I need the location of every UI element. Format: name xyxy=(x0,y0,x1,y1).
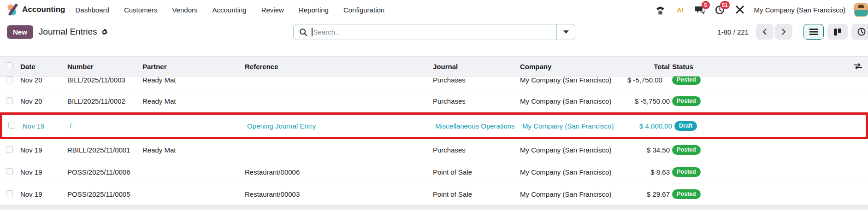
cell-partner: Ready Mat xyxy=(142,97,245,105)
new-button[interactable]: New xyxy=(7,25,33,39)
chevron-down-icon xyxy=(563,30,569,34)
search-options-toggle[interactable] xyxy=(556,24,575,40)
table-row[interactable]: Nov 19 POSS/2025/11/0006 Restaurant/0000… xyxy=(0,161,868,183)
header-total[interactable]: Total xyxy=(627,63,670,70)
cell-journal: Point of Sale xyxy=(433,190,520,198)
cell-total: $ 34.50 xyxy=(627,146,670,154)
cell-journal: Point of Sale xyxy=(433,168,520,176)
table-row[interactable]: Nov 19 POSS/2025/11/0005 Restaurant/0000… xyxy=(0,183,868,205)
adjust-columns-button[interactable] xyxy=(847,63,868,70)
header-reference[interactable]: Reference xyxy=(245,63,433,70)
search-bar xyxy=(293,24,575,40)
cell-reference xyxy=(245,76,433,87)
cell-total: $ -5,750.00 xyxy=(627,76,670,87)
cell-number: RBILL/2025/11/0001 xyxy=(67,146,142,154)
app-brand[interactable]: Accounting xyxy=(6,4,65,16)
table-row[interactable]: Nov 20 BILL/2025/11/0002 Ready Mat Purch… xyxy=(0,90,868,112)
search-input[interactable] xyxy=(313,28,553,36)
list-view-button[interactable] xyxy=(803,24,824,40)
header-company[interactable]: Company xyxy=(520,63,627,70)
cell-date: Nov 19 xyxy=(20,190,67,198)
messages-icon[interactable]: 5 xyxy=(695,4,706,15)
cell-total: $ 29.67 xyxy=(627,190,670,198)
cell-number: / xyxy=(70,122,145,130)
activity-view-button[interactable] xyxy=(851,24,868,40)
row-checkbox[interactable] xyxy=(6,97,13,104)
cell-reference: Restaurant/00006 xyxy=(245,168,433,176)
activity-view-icon xyxy=(857,28,866,36)
kanban-view-button[interactable] xyxy=(827,24,848,40)
row-checkbox[interactable] xyxy=(8,122,15,129)
cell-reference: Restaurant/00003 xyxy=(245,190,433,198)
ai-icon[interactable]: AI xyxy=(675,4,686,15)
cell-journal: Purchases xyxy=(433,146,520,154)
menu-dashboard[interactable]: Dashboard xyxy=(76,6,109,14)
status-badge: Posted xyxy=(672,189,701,199)
table-row[interactable]: Nov 19 / Opening Journal Entry Miscellan… xyxy=(0,112,868,139)
cell-total: $ 8.63 xyxy=(627,168,670,176)
header-status[interactable]: Status xyxy=(670,63,847,70)
table-row[interactable]: Nov 20 BILL/2025/11/0003 Ready Mat Purch… xyxy=(0,76,868,90)
cell-total: $ -5,750.00 xyxy=(627,97,670,105)
adjust-columns-icon xyxy=(854,63,862,70)
control-panel: New Journal Entries 1-80 / 221 xyxy=(0,19,868,44)
user-avatar[interactable] xyxy=(854,3,868,17)
row-checkbox[interactable] xyxy=(6,168,13,175)
cell-total: $ 4,000.00 xyxy=(630,122,672,130)
header-partner[interactable]: Partner xyxy=(142,63,245,70)
search-icon xyxy=(299,28,307,36)
menu-accounting[interactable]: Accounting xyxy=(212,6,246,14)
page-title: Journal Entries xyxy=(39,27,97,37)
select-all-checkbox[interactable] xyxy=(6,62,13,69)
status-badge: Posted xyxy=(672,167,701,177)
cell-partner: Ready Mat xyxy=(142,146,245,154)
pager-next-button[interactable] xyxy=(775,24,792,40)
cell-date: Nov 20 xyxy=(20,97,67,105)
cell-partner: Ready Mat xyxy=(142,76,245,87)
table-body: Nov 20 BILL/2025/11/0003 Ready Mat Purch… xyxy=(0,76,868,205)
action-gear-icon[interactable] xyxy=(101,29,108,35)
table-row[interactable]: Nov 19 RBILL/2025/11/0001 Ready Mat Purc… xyxy=(0,139,868,161)
cell-number: BILL/2025/11/0003 xyxy=(67,76,142,87)
status-badge: Posted xyxy=(672,145,701,155)
app-name: Accounting xyxy=(22,5,65,14)
voip-phone-icon[interactable] xyxy=(655,4,666,15)
chevron-left-icon xyxy=(762,28,768,35)
cell-company: My Company (San Francisco) xyxy=(520,97,627,105)
row-checkbox[interactable] xyxy=(6,76,13,83)
row-checkbox[interactable] xyxy=(6,146,13,153)
menu-review[interactable]: Review xyxy=(261,6,284,14)
journal-entries-list: Date Number Partner Reference Journal Co… xyxy=(0,56,868,210)
cell-date: Nov 19 xyxy=(23,122,70,130)
status-badge: Posted xyxy=(672,76,701,85)
menu-vendors[interactable]: Vendors xyxy=(172,6,197,14)
cell-company: My Company (San Francisco) xyxy=(520,76,627,87)
chevron-right-icon xyxy=(781,28,786,35)
menu-configuration[interactable]: Configuration xyxy=(343,6,384,14)
cell-company: My Company (San Francisco) xyxy=(520,168,627,176)
pager-previous-button[interactable] xyxy=(756,24,774,40)
messages-badge: 5 xyxy=(702,1,710,9)
menu-reporting[interactable]: Reporting xyxy=(299,6,329,14)
search-field[interactable] xyxy=(294,28,556,36)
pager-and-views: 1-80 / 221 xyxy=(717,19,868,44)
activities-badge: 51 xyxy=(720,1,729,9)
header-journal[interactable]: Journal xyxy=(433,63,520,70)
row-checkbox[interactable] xyxy=(6,190,13,197)
cell-company: My Company (San Francisco) xyxy=(520,190,627,198)
view-switcher xyxy=(803,24,868,40)
debug-tools-icon[interactable] xyxy=(734,4,745,15)
menu-customers[interactable]: Customers xyxy=(124,6,158,14)
header-number[interactable]: Number xyxy=(67,63,142,70)
status-badge: Posted xyxy=(672,96,701,106)
odoo-accounting-logo-icon xyxy=(6,4,18,16)
cell-reference: Opening Journal Entry xyxy=(247,122,435,130)
cell-journal: Purchases xyxy=(433,76,520,87)
cell-date: Nov 19 xyxy=(20,168,67,176)
cell-company: My Company (San Francisco) xyxy=(522,122,630,130)
activities-clock-icon[interactable]: 51 xyxy=(714,4,726,15)
kanban-view-icon xyxy=(834,29,841,35)
list-view-icon xyxy=(809,29,818,35)
header-date[interactable]: Date xyxy=(20,63,67,70)
company-switcher[interactable]: My Company (San Francisco) xyxy=(754,6,845,14)
